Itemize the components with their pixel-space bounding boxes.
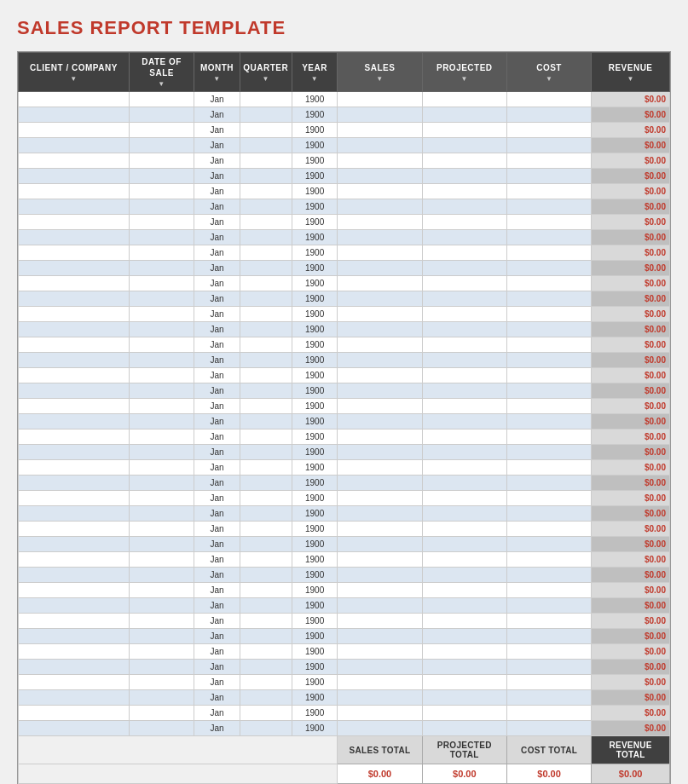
cell-projected[interactable] [422,169,506,184]
cell-date[interactable] [129,476,194,491]
cell-projected[interactable] [422,552,506,568]
cell-year[interactable]: 1900 [292,353,337,368]
cell-projected[interactable] [422,199,506,215]
cell-date[interactable] [129,215,194,230]
cell-client[interactable] [19,537,130,552]
cell-cost[interactable] [506,414,591,429]
cell-cost[interactable] [506,153,591,169]
cell-quarter[interactable] [240,383,292,399]
cell-sales[interactable] [338,414,422,429]
cell-client[interactable] [19,337,130,353]
cell-sales[interactable] [338,353,422,368]
cell-client[interactable] [19,107,130,123]
cell-projected[interactable] [422,445,506,460]
cell-projected[interactable] [422,322,506,337]
cell-date[interactable] [129,153,194,169]
cell-quarter[interactable] [240,276,292,291]
cell-projected[interactable] [422,399,506,414]
cell-month[interactable]: Jan [194,184,240,199]
cell-projected[interactable] [422,337,506,353]
cell-date[interactable] [129,629,194,644]
cell-client[interactable] [19,583,130,598]
cell-cost[interactable] [506,537,591,552]
cell-date[interactable] [129,169,194,184]
cell-projected[interactable] [422,107,506,123]
cell-month[interactable]: Jan [194,368,240,383]
col-header-year[interactable]: YEAR ▼ [292,53,337,92]
cell-quarter[interactable] [240,644,292,660]
cell-cost[interactable] [506,399,591,414]
cell-date[interactable] [129,598,194,614]
cell-date[interactable] [129,660,194,675]
cell-sales[interactable] [338,690,422,706]
cell-year[interactable]: 1900 [292,383,337,399]
cell-sales[interactable] [338,245,422,261]
cell-sales[interactable] [338,491,422,506]
cell-date[interactable] [129,368,194,383]
cell-sales[interactable] [338,522,422,537]
cell-projected[interactable] [422,261,506,276]
col-header-date[interactable]: DATE OF SALE ▼ [129,53,194,92]
cell-month[interactable]: Jan [194,721,240,736]
cell-date[interactable] [129,522,194,537]
cell-quarter[interactable] [240,552,292,568]
cell-projected[interactable] [422,291,506,307]
cell-date[interactable] [129,644,194,660]
cell-month[interactable]: Jan [194,522,240,537]
cell-year[interactable]: 1900 [292,568,337,583]
cell-year[interactable]: 1900 [292,506,337,522]
cell-client[interactable] [19,491,130,506]
cell-cost[interactable] [506,337,591,353]
cell-projected[interactable] [422,583,506,598]
cell-client[interactable] [19,261,130,276]
cell-year[interactable]: 1900 [292,552,337,568]
cell-sales[interactable] [338,261,422,276]
cell-date[interactable] [129,583,194,598]
cell-sales[interactable] [338,169,422,184]
cell-projected[interactable] [422,690,506,706]
cell-client[interactable] [19,721,130,736]
cell-date[interactable] [129,261,194,276]
cell-year[interactable]: 1900 [292,215,337,230]
cell-cost[interactable] [506,491,591,506]
cell-date[interactable] [129,291,194,307]
cell-sales[interactable] [338,644,422,660]
cell-sales[interactable] [338,153,422,169]
cell-projected[interactable] [422,184,506,199]
cell-client[interactable] [19,414,130,429]
cell-date[interactable] [129,690,194,706]
cell-projected[interactable] [422,245,506,261]
cell-year[interactable]: 1900 [292,476,337,491]
cell-cost[interactable] [506,307,591,322]
cell-cost[interactable] [506,522,591,537]
cell-year[interactable]: 1900 [292,230,337,245]
cell-month[interactable]: Jan [194,537,240,552]
cell-projected[interactable] [422,353,506,368]
cell-month[interactable]: Jan [194,107,240,123]
cell-client[interactable] [19,169,130,184]
cell-month[interactable]: Jan [194,245,240,261]
cell-cost[interactable] [506,322,591,337]
cell-month[interactable]: Jan [194,399,240,414]
cell-projected[interactable] [422,660,506,675]
cell-year[interactable]: 1900 [292,644,337,660]
cell-sales[interactable] [338,138,422,153]
cell-client[interactable] [19,675,130,690]
cell-month[interactable]: Jan [194,414,240,429]
cell-sales[interactable] [338,552,422,568]
cell-month[interactable]: Jan [194,491,240,506]
cell-client[interactable] [19,598,130,614]
cell-date[interactable] [129,429,194,445]
cell-projected[interactable] [422,429,506,445]
cell-cost[interactable] [506,429,591,445]
cell-quarter[interactable] [240,568,292,583]
cell-month[interactable]: Jan [194,276,240,291]
cell-year[interactable]: 1900 [292,706,337,721]
cell-quarter[interactable] [240,614,292,629]
cell-month[interactable]: Jan [194,476,240,491]
cell-date[interactable] [129,107,194,123]
cell-date[interactable] [129,92,194,107]
cell-sales[interactable] [338,399,422,414]
cell-year[interactable]: 1900 [292,629,337,644]
cell-quarter[interactable] [240,107,292,123]
